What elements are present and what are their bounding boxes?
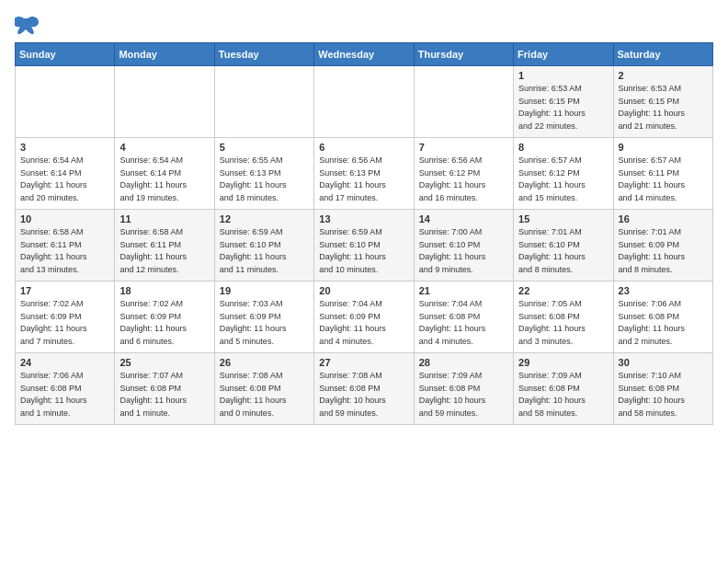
day-detail: Sunrise: 6:56 AM Sunset: 6:13 PM Dayligh… [319,155,408,204]
calendar-day-cell: 6Sunrise: 6:56 AM Sunset: 6:13 PM Daylig… [314,138,414,210]
calendar-day-cell: 16Sunrise: 7:01 AM Sunset: 6:09 PM Dayli… [613,210,712,282]
day-detail: Sunrise: 7:08 AM Sunset: 6:08 PM Dayligh… [319,370,408,419]
calendar-day-cell: 21Sunrise: 7:04 AM Sunset: 6:08 PM Dayli… [414,282,513,353]
calendar-body: 1Sunrise: 6:53 AM Sunset: 6:15 PM Daylig… [16,66,713,425]
day-number: 7 [419,142,508,153]
weekday-header-cell: Tuesday [214,43,313,66]
calendar-day-cell: 11Sunrise: 6:58 AM Sunset: 6:11 PM Dayli… [115,210,214,282]
day-detail: Sunrise: 7:02 AM Sunset: 6:09 PM Dayligh… [20,298,109,348]
day-number: 27 [319,357,408,368]
calendar-day-cell: 2Sunrise: 6:53 AM Sunset: 6:15 PM Daylig… [613,66,712,138]
weekday-header-cell: Thursday [414,43,513,66]
calendar-week-row: 17Sunrise: 7:02 AM Sunset: 6:09 PM Dayli… [16,282,713,353]
day-number: 12 [220,213,309,224]
calendar-day-cell: 3Sunrise: 6:54 AM Sunset: 6:14 PM Daylig… [16,138,115,210]
day-detail: Sunrise: 6:54 AM Sunset: 6:14 PM Dayligh… [119,155,209,204]
day-detail: Sunrise: 7:00 AM Sunset: 6:10 PM Dayligh… [419,226,508,276]
day-number: 17 [20,285,109,296]
weekday-header-row: SundayMondayTuesdayWednesdayThursdayFrid… [16,43,713,66]
day-detail: Sunrise: 6:53 AM Sunset: 6:15 PM Dayligh… [518,83,608,132]
calendar-week-row: 24Sunrise: 7:06 AM Sunset: 6:08 PM Dayli… [16,353,713,425]
day-detail: Sunrise: 6:59 AM Sunset: 6:10 PM Dayligh… [319,226,408,276]
day-number: 14 [419,213,508,224]
day-number: 23 [619,285,708,296]
day-detail: Sunrise: 7:03 AM Sunset: 6:09 PM Dayligh… [220,298,309,348]
day-number: 4 [119,142,209,153]
day-detail: Sunrise: 7:06 AM Sunset: 6:08 PM Dayligh… [619,298,708,348]
day-number: 28 [419,357,508,368]
calendar-day-cell: 30Sunrise: 7:10 AM Sunset: 6:08 PM Dayli… [613,353,712,425]
day-detail: Sunrise: 6:55 AM Sunset: 6:13 PM Dayligh… [220,155,309,204]
calendar-day-cell: 18Sunrise: 7:02 AM Sunset: 6:09 PM Dayli… [115,282,214,353]
day-detail: Sunrise: 6:58 AM Sunset: 6:11 PM Dayligh… [119,226,209,276]
day-detail: Sunrise: 7:02 AM Sunset: 6:09 PM Dayligh… [119,298,209,348]
day-number: 19 [220,285,309,296]
day-detail: Sunrise: 7:07 AM Sunset: 6:08 PM Dayligh… [119,370,209,419]
calendar-day-cell: 5Sunrise: 6:55 AM Sunset: 6:13 PM Daylig… [214,138,313,210]
day-number: 26 [220,357,309,368]
calendar-day-cell: 7Sunrise: 6:56 AM Sunset: 6:12 PM Daylig… [414,138,513,210]
day-detail: Sunrise: 7:09 AM Sunset: 6:08 PM Dayligh… [419,370,508,419]
calendar-day-cell: 29Sunrise: 7:09 AM Sunset: 6:08 PM Dayli… [514,353,613,425]
calendar-day-cell: 26Sunrise: 7:08 AM Sunset: 6:08 PM Dayli… [214,353,313,425]
day-detail: Sunrise: 7:04 AM Sunset: 6:08 PM Dayligh… [419,298,508,348]
weekday-header-cell: Wednesday [314,43,414,66]
day-number: 1 [518,70,608,81]
day-detail: Sunrise: 6:56 AM Sunset: 6:12 PM Dayligh… [419,155,508,204]
calendar-day-cell: 10Sunrise: 6:58 AM Sunset: 6:11 PM Dayli… [16,210,115,282]
calendar-week-row: 10Sunrise: 6:58 AM Sunset: 6:11 PM Dayli… [16,210,713,282]
day-detail: Sunrise: 6:59 AM Sunset: 6:10 PM Dayligh… [220,226,309,276]
calendar-day-cell: 22Sunrise: 7:05 AM Sunset: 6:08 PM Dayli… [514,282,613,353]
calendar-day-cell: 23Sunrise: 7:06 AM Sunset: 6:08 PM Dayli… [613,282,712,353]
day-detail: Sunrise: 7:01 AM Sunset: 6:10 PM Dayligh… [518,226,608,276]
day-number: 6 [319,142,408,153]
day-number: 5 [220,142,309,153]
calendar-day-cell: 12Sunrise: 6:59 AM Sunset: 6:10 PM Dayli… [214,210,313,282]
day-number: 21 [419,285,508,296]
weekday-header-cell: Monday [115,43,214,66]
calendar-day-cell: 20Sunrise: 7:04 AM Sunset: 6:09 PM Dayli… [314,282,414,353]
day-number: 30 [619,357,708,368]
day-detail: Sunrise: 7:05 AM Sunset: 6:08 PM Dayligh… [518,298,608,348]
day-number: 3 [20,142,109,153]
calendar-day-cell: 27Sunrise: 7:08 AM Sunset: 6:08 PM Dayli… [314,353,414,425]
day-number: 15 [518,213,608,224]
calendar-day-cell: 1Sunrise: 6:53 AM Sunset: 6:15 PM Daylig… [514,66,613,138]
calendar-day-cell [115,66,214,138]
day-number: 9 [619,142,708,153]
calendar-week-row: 3Sunrise: 6:54 AM Sunset: 6:14 PM Daylig… [16,138,713,210]
calendar-day-cell [314,66,414,138]
day-number: 10 [20,213,109,224]
day-detail: Sunrise: 6:58 AM Sunset: 6:11 PM Dayligh… [20,226,109,276]
day-number: 16 [619,213,708,224]
day-detail: Sunrise: 7:04 AM Sunset: 6:09 PM Dayligh… [319,298,408,348]
day-detail: Sunrise: 6:57 AM Sunset: 6:12 PM Dayligh… [518,155,608,204]
day-number: 20 [319,285,408,296]
logo [15,15,44,35]
day-detail: Sunrise: 6:53 AM Sunset: 6:15 PM Dayligh… [619,83,708,132]
day-number: 13 [319,213,408,224]
day-detail: Sunrise: 6:54 AM Sunset: 6:14 PM Dayligh… [20,155,109,204]
header [15,15,713,35]
day-detail: Sunrise: 7:10 AM Sunset: 6:08 PM Dayligh… [619,370,708,419]
calendar-day-cell: 13Sunrise: 6:59 AM Sunset: 6:10 PM Dayli… [314,210,414,282]
calendar-day-cell: 28Sunrise: 7:09 AM Sunset: 6:08 PM Dayli… [414,353,513,425]
calendar-day-cell [214,66,313,138]
calendar-day-cell: 25Sunrise: 7:07 AM Sunset: 6:08 PM Dayli… [115,353,214,425]
day-number: 29 [518,357,608,368]
calendar-day-cell: 4Sunrise: 6:54 AM Sunset: 6:14 PM Daylig… [115,138,214,210]
calendar-day-cell [16,66,115,138]
day-detail: Sunrise: 7:01 AM Sunset: 6:09 PM Dayligh… [619,226,708,276]
day-number: 24 [20,357,109,368]
calendar-day-cell: 15Sunrise: 7:01 AM Sunset: 6:10 PM Dayli… [514,210,613,282]
weekday-header-cell: Saturday [613,43,712,66]
logo-bird-icon [15,15,40,35]
day-detail: Sunrise: 6:57 AM Sunset: 6:11 PM Dayligh… [619,155,708,204]
day-detail: Sunrise: 7:06 AM Sunset: 6:08 PM Dayligh… [20,370,109,419]
calendar-day-cell: 14Sunrise: 7:00 AM Sunset: 6:10 PM Dayli… [414,210,513,282]
day-detail: Sunrise: 7:08 AM Sunset: 6:08 PM Dayligh… [220,370,309,419]
day-number: 22 [518,285,608,296]
calendar-day-cell: 9Sunrise: 6:57 AM Sunset: 6:11 PM Daylig… [613,138,712,210]
calendar-day-cell: 24Sunrise: 7:06 AM Sunset: 6:08 PM Dayli… [16,353,115,425]
weekday-header-cell: Sunday [16,43,115,66]
